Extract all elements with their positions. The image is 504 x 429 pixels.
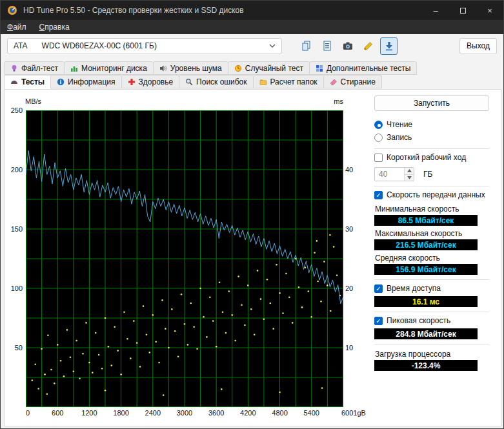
gauge-icon xyxy=(10,78,18,86)
axis-tick-label: 2400 xyxy=(145,409,161,417)
short-stroke-size-row: 40 ГБ xyxy=(374,167,489,181)
axis-tick-label: 200 xyxy=(11,166,23,174)
short-stroke-unit: ГБ xyxy=(423,170,432,179)
camera-icon xyxy=(342,40,354,52)
access-time-row[interactable]: ✓ Время доступа xyxy=(374,283,489,294)
stepper-up-icon[interactable] xyxy=(405,168,414,175)
extra-tests-icon xyxy=(316,65,323,72)
tab-row-lower: Тесты Информация Здоровье xyxy=(4,75,501,88)
tab-health[interactable]: Здоровье xyxy=(121,75,180,88)
menu-file[interactable]: Файл xyxy=(7,23,26,32)
copy-report-button[interactable] xyxy=(318,37,336,55)
avg-speed-label: Средняя скорость xyxy=(375,254,489,263)
benchmark-controls: Запустить Чтение Запись Короткий рабочий… xyxy=(374,95,489,372)
x-axis-ticks: 0600120018002400300036004200480054006001… xyxy=(26,409,343,419)
exit-button[interactable]: Выход xyxy=(459,38,497,54)
transfer-rate-checkbox[interactable]: ✓ xyxy=(374,191,383,199)
folder-icon xyxy=(259,78,267,86)
error-scan-icon xyxy=(185,78,193,86)
read-radio[interactable] xyxy=(374,121,383,129)
tab-folder-usage[interactable]: Расчет папок xyxy=(253,75,324,88)
tab-label: Файл-тест xyxy=(21,64,58,73)
axis-tick-label: 10 xyxy=(345,344,353,352)
axis-tick-label: 1200 xyxy=(81,409,97,417)
tab-label: Поиск ошибок xyxy=(196,77,247,86)
tab-tests[interactable]: Тесты xyxy=(4,75,51,89)
copy-report-icon xyxy=(321,40,333,52)
cpu-usage-value: -123.4% xyxy=(374,360,478,371)
burst-rate-checkbox[interactable]: ✓ xyxy=(374,317,383,325)
transfer-rate-row[interactable]: ✓ Скорость передачи данных xyxy=(374,190,489,200)
tab-label: Случайный тест xyxy=(245,64,303,73)
short-stroke-label: Короткий рабочий ход xyxy=(387,153,466,162)
max-speed-label: Максимальная скорость xyxy=(375,229,489,238)
write-radio[interactable] xyxy=(374,134,383,142)
tab-label: Здоровье xyxy=(139,77,174,86)
titlebar: HD Tune Pro 5.50 - Средство проверки жес… xyxy=(1,1,503,20)
min-speed-label: Минимальная скорость xyxy=(375,205,489,214)
divider xyxy=(374,312,489,312)
divider xyxy=(374,148,489,149)
tab-label: Мониторинг диска xyxy=(81,64,147,73)
tab-extra-tests[interactable]: Дополнительные тесты xyxy=(309,61,417,75)
tab-label: Информация xyxy=(68,77,115,86)
y-right-axis-ticks: 40302010 xyxy=(345,110,365,407)
annotate-button[interactable] xyxy=(359,37,377,55)
y-left-axis-unit: MB/s xyxy=(25,97,41,105)
minimize-button[interactable]: – xyxy=(422,1,449,20)
drive-name: WDC WD60EZAX-00C (6001 ГБ) xyxy=(42,41,157,50)
access-time-checkbox[interactable]: ✓ xyxy=(374,284,383,293)
hdtune-window: HD Tune Pro 5.50 - Средство проверки жес… xyxy=(0,0,504,429)
axis-tick-label: 4200 xyxy=(240,409,256,417)
tab-disk-monitor[interactable]: Мониторинг диска xyxy=(64,61,154,75)
y-left-axis-ticks: 25020015010050 xyxy=(6,110,24,407)
write-radio-row[interactable]: Запись xyxy=(374,132,489,143)
axis-tick-label: 3000 xyxy=(177,409,192,417)
speaker-icon xyxy=(159,65,167,72)
burst-rate-row[interactable]: ✓ Пиковая скорость xyxy=(374,315,489,326)
read-radio-row[interactable]: Чтение xyxy=(374,119,489,130)
divider xyxy=(374,279,489,280)
close-button[interactable]: × xyxy=(476,1,503,20)
axis-tick-label: 50 xyxy=(15,344,23,352)
axis-tick-label: 20 xyxy=(345,284,353,292)
tab-noise-level[interactable]: Уровень шума xyxy=(153,61,228,75)
menu-help[interactable]: Справка xyxy=(39,23,70,32)
tab-label: Стирание xyxy=(341,77,376,86)
cpu-usage-label: Загрузка процессора xyxy=(375,350,489,359)
maximize-icon xyxy=(460,8,466,14)
tab-information[interactable]: Информация xyxy=(50,75,121,88)
short-stroke-size-stepper[interactable]: 40 xyxy=(374,167,414,181)
stepper-down-icon[interactable] xyxy=(405,175,414,181)
disk-monitor-icon xyxy=(70,65,78,72)
tab-random-test[interactable]: Случайный тест xyxy=(228,61,310,75)
tab-erase[interactable]: Стирание xyxy=(323,75,382,88)
axis-tick-label: 600 xyxy=(52,409,63,417)
maximize-button[interactable] xyxy=(449,1,476,20)
start-button[interactable]: Запустить xyxy=(374,95,489,111)
menubar: Файл Справка xyxy=(1,20,503,34)
screenshot-button[interactable] xyxy=(339,37,356,55)
access-time-label: Время доступа xyxy=(387,284,441,293)
drive-select[interactable]: ATA WDC WD60EZAX-00C (6001 ГБ) xyxy=(7,38,282,54)
copy-button[interactable] xyxy=(297,37,315,55)
tab-label: Расчет папок xyxy=(270,77,318,86)
tab-strip: Файл-тест Мониторинг диска Уровень шума xyxy=(4,61,501,88)
tab-error-scan[interactable]: Поиск ошибок xyxy=(179,75,253,88)
write-radio-label: Запись xyxy=(387,133,412,142)
axis-tick-label: 100 xyxy=(11,284,23,292)
axis-tick-label: 6001gB xyxy=(341,409,366,417)
file-test-icon xyxy=(10,65,18,72)
tab-file-test[interactable]: Файл-тест xyxy=(4,61,65,75)
chevron-down-icon xyxy=(269,44,276,48)
save-results-button[interactable] xyxy=(380,37,398,55)
axis-tick-label: 250 xyxy=(11,106,23,114)
download-icon xyxy=(383,40,395,52)
axis-tick-label: 5400 xyxy=(303,409,319,417)
stepper-buttons[interactable] xyxy=(404,168,414,181)
short-stroke-size-value[interactable]: 40 xyxy=(375,168,404,181)
axis-tick-label: 30 xyxy=(345,225,353,233)
axis-tick-label: 4800 xyxy=(272,409,287,417)
short-stroke-checkbox[interactable] xyxy=(374,154,383,162)
short-stroke-row[interactable]: Короткий рабочий ход xyxy=(374,152,489,163)
